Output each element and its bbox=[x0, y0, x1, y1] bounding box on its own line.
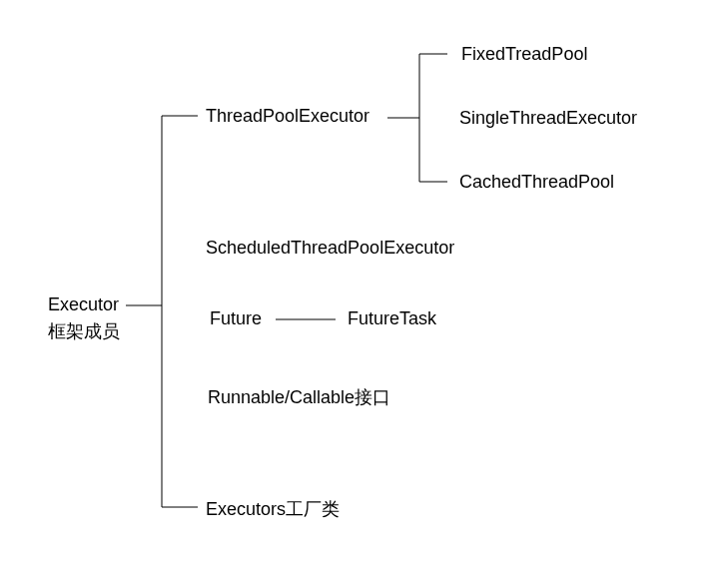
node-scheduledthreadpoolexecutor: ScheduledThreadPoolExecutor bbox=[206, 238, 454, 259]
node-fixedtreadpool: FixedTreadPool bbox=[461, 44, 587, 65]
node-threadpoolexecutor: ThreadPoolExecutor bbox=[206, 106, 369, 127]
node-executors-factory: Executors工厂类 bbox=[206, 497, 340, 521]
connector-lines bbox=[0, 0, 728, 565]
node-future: Future bbox=[210, 308, 262, 329]
root-node: Executor 框架成员 bbox=[48, 294, 120, 343]
node-runnable-callable: Runnable/Callable接口 bbox=[208, 385, 390, 409]
node-futuretask: FutureTask bbox=[348, 308, 436, 329]
root-label-line1: Executor bbox=[48, 294, 120, 315]
node-cachedthreadpool: CachedThreadPool bbox=[459, 172, 614, 193]
root-label-line2: 框架成员 bbox=[48, 319, 120, 343]
node-singlethreadexecutor: SingleThreadExecutor bbox=[459, 108, 637, 129]
